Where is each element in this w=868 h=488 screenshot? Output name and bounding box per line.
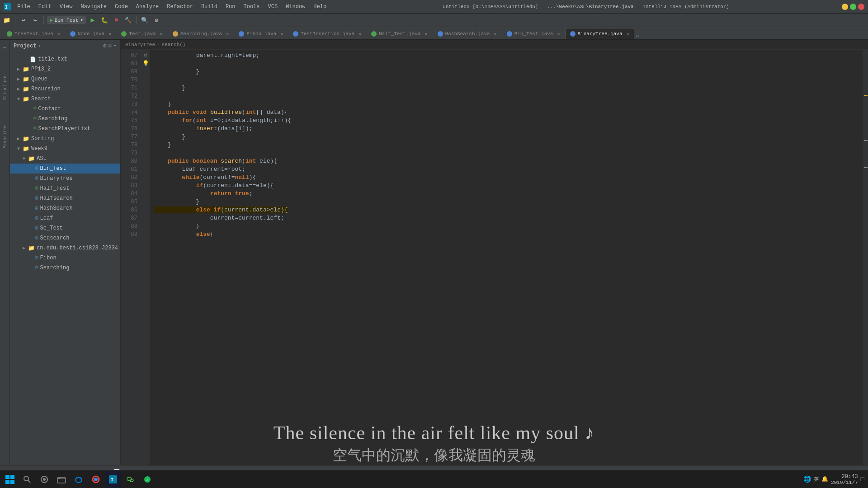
- tab-close-bintest[interactable]: ✕: [557, 31, 560, 37]
- menu-view[interactable]: View: [56, 3, 76, 11]
- taskbar-clock[interactable]: 20:43 2019/11/7: [831, 474, 858, 485]
- code-editor[interactable]: parent.right=temp; } } } public void bui…: [150, 50, 863, 465]
- tab-bintest[interactable]: Bin_Test.java ✕: [502, 28, 565, 39]
- sidebar-collapse-btn[interactable]: –: [113, 42, 117, 49]
- taskbar-explorer-btn[interactable]: [53, 471, 70, 488]
- menu-run[interactable]: Run: [222, 3, 239, 11]
- tab-overflow-btn[interactable]: »: [636, 33, 639, 39]
- tab-close-fibon[interactable]: ✕: [280, 31, 283, 37]
- sidebar-locate-btn[interactable]: ⊕: [103, 42, 106, 49]
- toolbar-undo-btn[interactable]: ↩: [19, 15, 28, 25]
- tree-item-binarytree[interactable]: © BinaryTree: [10, 174, 120, 183]
- taskbar-cortana-btn[interactable]: [36, 471, 52, 488]
- code-line-73: }: [154, 101, 171, 108]
- tree-item-week9[interactable]: ▼ 📁 Week9: [10, 144, 120, 154]
- menu-code[interactable]: Code: [111, 3, 132, 11]
- tree-item-searchplayerlist[interactable]: © SearchPlayerList: [10, 124, 120, 134]
- label-searching2: Searching: [40, 265, 70, 271]
- run-btn[interactable]: ▶: [88, 15, 98, 25]
- tab-searching[interactable]: Searching.java ✕: [168, 28, 234, 39]
- menu-file[interactable]: File: [14, 3, 34, 11]
- tab-close-binarytree[interactable]: ✕: [627, 31, 629, 37]
- tree-item-recursion[interactable]: ▶ 📁 Recursion: [10, 84, 120, 94]
- tab-close-treetest[interactable]: ✕: [57, 31, 60, 37]
- minimize-button[interactable]: –: [842, 4, 848, 10]
- tab-halftest[interactable]: Half_Test.java ✕: [366, 28, 432, 39]
- code-view[interactable]: 67 68 69 70 71 72 73 74 75 76 77 78 79 8…: [121, 50, 868, 465]
- tab-hashsearch[interactable]: HashSearch.java ✕: [433, 28, 502, 39]
- menu-navigate[interactable]: Navigate: [77, 3, 110, 11]
- taskbar-qqmusic-btn[interactable]: ♪: [139, 471, 156, 488]
- toolbar-project-btn[interactable]: 📁: [2, 15, 12, 25]
- tree-item-sorting[interactable]: ▶ 📁 Sorting: [10, 134, 120, 144]
- sidebar-settings-btn[interactable]: ⚙: [108, 42, 112, 49]
- menu-refactor[interactable]: Refactor: [163, 3, 197, 11]
- tree-item-fibon[interactable]: © Fibon: [10, 253, 120, 263]
- tab-close-test[interactable]: ✕: [160, 31, 163, 37]
- label-recursion: Recursion: [31, 86, 61, 92]
- settings-btn[interactable]: ⚙: [151, 15, 161, 25]
- tree-item-bintest[interactable]: © Bin_Test: [10, 164, 120, 174]
- debug-btn[interactable]: 🐛: [99, 15, 109, 25]
- run-config-selector[interactable]: ▶ Bin_Test ▾: [47, 16, 86, 24]
- build-btn[interactable]: 🔨: [123, 15, 133, 25]
- tab-treetest[interactable]: TreeTest.java ✕: [2, 28, 65, 39]
- menu-build[interactable]: Build: [198, 3, 221, 11]
- tab-close-halftest[interactable]: ✕: [425, 31, 428, 37]
- toolbar-redo-btn[interactable]: ↪: [30, 15, 40, 25]
- tree-item-leaf[interactable]: © Leaf: [10, 213, 120, 223]
- panel-icon-structure[interactable]: Structure: [0, 83, 9, 92]
- maximize-button[interactable]: □: [850, 4, 856, 10]
- search-everywhere-btn[interactable]: 🔍: [140, 15, 150, 25]
- menu-analyze[interactable]: Analyze: [132, 3, 162, 11]
- tab-node[interactable]: Node.java ✕: [65, 28, 116, 39]
- tab-icon-binarytree: [570, 31, 576, 37]
- close-button[interactable]: ✕: [858, 4, 864, 10]
- menu-edit[interactable]: Edit: [35, 3, 55, 11]
- tab-binarytree[interactable]: BinaryTree.java ✕: [565, 28, 634, 39]
- menu-vcs[interactable]: VCS: [264, 3, 282, 11]
- tree-item-searching2[interactable]: © Searching: [10, 263, 120, 273]
- panel-icon-favorites[interactable]: Favorites: [0, 132, 9, 141]
- menu-help[interactable]: Help: [310, 3, 330, 11]
- svg-rect-3: [10, 475, 14, 479]
- breadcrumb-method: search(): [162, 42, 186, 47]
- code-line-68: [154, 60, 157, 67]
- tab-fibon[interactable]: Fibon.java ✕: [234, 28, 288, 39]
- tree-item-hashsearch[interactable]: © HashSearch: [10, 203, 120, 213]
- taskbar-notification-center[interactable]: □: [861, 476, 864, 483]
- tree-item-setest[interactable]: © Se_Test: [10, 223, 120, 233]
- taskbar-chrome-btn[interactable]: [88, 471, 104, 488]
- tree-item-searching[interactable]: © Searching: [10, 114, 120, 124]
- label-queue: Queue: [31, 76, 47, 82]
- menu-tools[interactable]: Tools: [240, 3, 264, 11]
- tree-item-title[interactable]: 📄 title.txt: [10, 54, 120, 64]
- tree-item-halftest[interactable]: © Half_Test: [10, 183, 120, 193]
- tree-item-contact[interactable]: © Contact: [10, 104, 120, 114]
- tab-close-testinsertion[interactable]: ✕: [359, 31, 361, 37]
- tab-icon-treetest: [7, 31, 12, 37]
- taskbar-start-btn[interactable]: [2, 471, 18, 488]
- stop-btn[interactable]: ■: [111, 15, 121, 25]
- tree-item-cn-edu[interactable]: ▶ 📁 cn.edu.besti.cs1823.J2334: [10, 243, 120, 253]
- menu-window[interactable]: Window: [282, 3, 309, 11]
- svg-point-12: [75, 477, 82, 483]
- tab-close-node[interactable]: ✕: [108, 31, 111, 37]
- tree-item-seqsearch[interactable]: © Seqsearch: [10, 233, 120, 243]
- taskbar-wechat-btn[interactable]: [122, 471, 138, 488]
- tree-item-pp132[interactable]: ▶ 📁 PP13_2: [10, 64, 120, 74]
- taskbar-search-btn[interactable]: [19, 471, 35, 488]
- panel-icon-1[interactable]: 1: [0, 43, 9, 52]
- tab-test[interactable]: Test.java ✕: [116, 28, 167, 39]
- tab-testinsertion[interactable]: TestInsertion.java ✕: [288, 28, 366, 39]
- tree-item-search[interactable]: ▼ 📁 Search: [10, 94, 120, 104]
- taskbar-edge-btn[interactable]: [71, 471, 87, 488]
- tab-close-hashsearch[interactable]: ✕: [494, 31, 497, 37]
- taskbar-idea-btn[interactable]: I: [105, 471, 121, 488]
- tab-close-searching[interactable]: ✕: [226, 31, 229, 37]
- tree-item-asl[interactable]: ▼ 📁 ASL: [10, 154, 120, 164]
- tab-label-test: Test.java: [129, 31, 156, 37]
- tree-item-queue[interactable]: ▶ 📁 Queue: [10, 74, 120, 84]
- folder-icon-pp132: 📁: [23, 66, 29, 73]
- tree-item-halfsearch[interactable]: © Halfsearch: [10, 193, 120, 203]
